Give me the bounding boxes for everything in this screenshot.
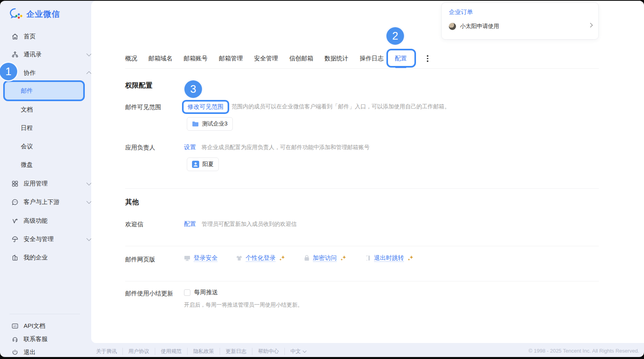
mail-admin-tabbar: 概况 邮箱域名 邮箱账号 邮箱管理 安全管理 信创邮箱 数据统计 操作日志 配置	[125, 49, 599, 69]
sidebar-item-app-management[interactable]: 应用管理	[11, 179, 48, 188]
login-security-label: 登录安全	[194, 254, 218, 262]
footer-link-help[interactable]: 帮助中心	[252, 348, 284, 355]
tab-xinchuang-mail[interactable]: 信创邮箱	[289, 55, 313, 62]
tab-data-statistics[interactable]: 数据统计	[324, 55, 348, 62]
weekly-push-desc: 开启后，每周一将推送管理员一周使用小结更新。	[184, 301, 303, 309]
footer-link-usage[interactable]: 使用规范	[155, 348, 187, 355]
sidebar-item-label: 日程	[21, 124, 33, 132]
tab-mail-domain[interactable]: 邮箱域名	[148, 55, 172, 62]
door-exit-icon	[365, 255, 371, 261]
headset-icon	[11, 335, 18, 343]
svg-text:API: API	[13, 325, 17, 327]
footer-link-privacy[interactable]: 隐私政策	[187, 348, 220, 355]
enterprise-order-card: 企业订单 小太阳申请使用	[441, 2, 599, 40]
tab-operation-log[interactable]: 操作日志	[360, 55, 384, 62]
sidebar-item-security[interactable]: 安全与管理	[11, 235, 54, 243]
visibility-scope-tag: 测试企业3	[187, 117, 233, 131]
owner-member-chip: 阳夏	[187, 158, 219, 171]
app-logo: 企业微信	[10, 8, 60, 20]
app-owner-row: 设置 将企业成员配置为应用负责人，可在邮件功能中添加和管理邮箱账号	[184, 144, 370, 151]
language-selector[interactable]: 中文	[284, 348, 312, 355]
section-divider	[125, 188, 599, 189]
enterprise-order-title[interactable]: 企业订单	[449, 8, 473, 16]
premium-sparkle-icon	[340, 255, 347, 261]
app-owner-desc: 将企业成员配置为应用负责人，可在邮件功能中添加和管理邮箱账号	[202, 144, 370, 151]
logout-redirect-label: 退出时跳转	[374, 254, 404, 262]
step-3-badge: 3	[183, 79, 203, 99]
tab-mail-management[interactable]: 邮箱管理	[219, 55, 243, 62]
shirt-icon	[236, 255, 242, 261]
umbrella-icon	[11, 235, 18, 243]
power-icon	[11, 349, 18, 356]
owner-member-name: 阳夏	[202, 161, 214, 168]
sidebar-item-docs[interactable]: 文档	[21, 105, 33, 114]
configure-welcome-link[interactable]: 配置	[184, 220, 196, 228]
sidebar-item-label: 协作	[24, 69, 36, 77]
more-tabs-icon[interactable]	[427, 55, 428, 62]
home-icon	[11, 33, 18, 40]
section-divider	[125, 246, 599, 246]
sidebar-item-api-docs[interactable]: API API文档	[11, 321, 45, 330]
welcome-letter-label: 欢迎信	[125, 221, 143, 228]
encrypted-access-link[interactable]: 加密访问	[304, 254, 347, 262]
login-security-link[interactable]: 登录安全	[184, 254, 218, 262]
sidebar-item-label: 联系客服	[24, 335, 48, 343]
set-owner-link[interactable]: 设置	[184, 144, 196, 151]
weekly-push-label: 每周推送	[194, 289, 218, 296]
footer-link-changelog[interactable]: 更新日志	[220, 348, 252, 355]
requester-avatar	[449, 23, 456, 30]
sidebar-divider	[10, 314, 80, 314]
chat-bubble-icon	[11, 198, 18, 205]
sidebar-item-label: 微盘	[21, 161, 33, 169]
personalized-login-label: 个性化登录	[246, 254, 276, 262]
sidebar-item-customers[interactable]: 客户与上下游	[11, 197, 60, 206]
sidebar-item-home[interactable]: 首页	[11, 32, 36, 41]
sidebar-item-meeting[interactable]: 会议	[21, 142, 33, 151]
weekly-push-checkbox[interactable]	[184, 289, 190, 296]
sidebar-item-contacts[interactable]: 通讯录	[11, 50, 42, 59]
wecom-logo-icon	[10, 8, 23, 20]
modify-visibility-link[interactable]: 修改可见范围	[188, 103, 224, 111]
sidebar-item-schedule[interactable]: 日程	[21, 124, 33, 132]
tab-overview[interactable]: 概况	[125, 55, 137, 62]
lock-icon	[304, 255, 310, 261]
premium-sparkle-icon	[279, 255, 286, 261]
sidebar-item-logout[interactable]: 退出	[11, 348, 36, 357]
chevron-right-icon	[588, 23, 592, 27]
monitor-icon	[184, 255, 190, 261]
chevron-up-icon	[86, 71, 92, 76]
footer-link-agreement[interactable]: 用户协议	[122, 348, 155, 355]
sidebar-item-label: 通讯录	[24, 51, 42, 58]
step-2-badge: 2	[385, 26, 405, 46]
tab-security-management[interactable]: 安全管理	[254, 55, 278, 62]
sparkle-icon	[11, 217, 18, 224]
premium-sparkle-icon	[407, 255, 414, 261]
tab-mail-account[interactable]: 邮箱账号	[184, 55, 208, 62]
order-request-row[interactable]: 小太阳申请使用	[449, 23, 499, 30]
welcome-letter-row: 配置 管理员可配置新加入成员收到的欢迎信	[184, 220, 297, 228]
order-request-label: 小太阳申请使用	[460, 23, 499, 30]
sidebar-item-my-company[interactable]: 我的企业	[11, 253, 48, 262]
sidebar-item-label: 会议	[21, 143, 33, 150]
sidebar-item-label: 安全与管理	[24, 235, 54, 243]
sidebar-item-label: 应用管理	[24, 180, 48, 187]
sidebar-item-label: 我的企业	[24, 254, 48, 261]
section-title-permission: 权限配置	[125, 81, 152, 90]
chevron-down-icon	[303, 349, 307, 353]
footer-link-about[interactable]: 关于腾讯	[96, 348, 122, 355]
logout-redirect-link[interactable]: 退出时跳转	[365, 254, 414, 262]
api-doc-icon: API	[11, 322, 18, 329]
webmail-row: 登录安全 个性化登录 加密访问	[184, 254, 414, 262]
sidebar-item-advanced[interactable]: 高级功能	[11, 216, 48, 225]
mail-summary-label: 邮件使用小结更新	[125, 290, 173, 297]
page-footer-links: 关于腾讯 用户协议 使用规范 隐私政策 更新日志 帮助中心 中文	[96, 348, 312, 355]
personalized-login-link[interactable]: 个性化登录	[236, 254, 286, 262]
sidebar-item-drive[interactable]: 微盘	[21, 160, 33, 169]
welcome-letter-desc: 管理员可配置新加入成员收到的欢迎信	[202, 221, 297, 228]
sidebar-item-label: 文档	[21, 106, 33, 114]
org-chart-icon	[11, 51, 18, 58]
sidebar-item-mail-selected[interactable]: 邮件	[3, 80, 85, 101]
webmail-label: 邮件网页版	[125, 256, 155, 263]
annotation-box-step2	[386, 49, 416, 68]
sidebar-item-contact-support[interactable]: 联系客服	[11, 335, 48, 343]
